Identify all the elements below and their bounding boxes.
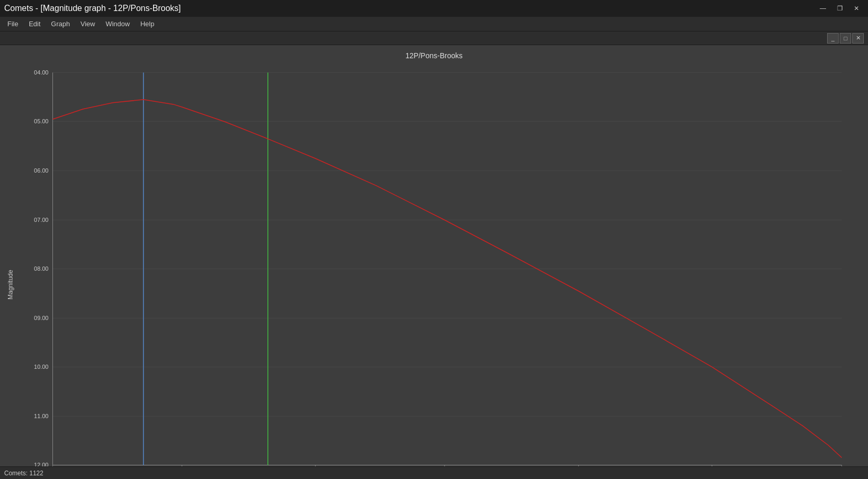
sub-close-button[interactable]: ✕ (852, 33, 864, 44)
svg-rect-0 (5, 62, 858, 466)
menu-file[interactable]: File (2, 18, 24, 30)
chart-container: Magnitude 04.00 05.00 06.00 07.00 08.00 (5, 62, 858, 466)
minimize-button[interactable]: — (816, 3, 830, 14)
svg-text:Magnitude: Magnitude (7, 270, 14, 300)
main-content: 12P/Pons-Brooks Magnitude 04.00 05.00 06… (0, 45, 868, 466)
svg-text:10.00: 10.00 (34, 364, 49, 370)
svg-text:07.00: 07.00 (34, 217, 49, 223)
menu-graph[interactable]: Graph (46, 18, 75, 30)
menu-window[interactable]: Window (100, 18, 135, 30)
window-controls: — ❐ ✕ (816, 3, 864, 14)
sub-menu-bar: _ □ ✕ (0, 31, 868, 45)
menu-edit[interactable]: Edit (24, 18, 46, 30)
sub-maximize-button[interactable]: □ (840, 33, 851, 44)
svg-text:11.00: 11.00 (34, 413, 49, 419)
close-button[interactable]: ✕ (849, 3, 864, 14)
title-bar: Comets - [Magnitude graph - 12P/Pons-Bro… (0, 0, 868, 17)
menu-view[interactable]: View (75, 18, 101, 30)
chart-title: 12P/Pons-Brooks (0, 45, 868, 62)
chart-svg: Magnitude 04.00 05.00 06.00 07.00 08.00 (5, 62, 858, 466)
menu-help[interactable]: Help (135, 18, 160, 30)
sub-restore-button[interactable]: _ (827, 33, 839, 44)
status-text: Comets: 1122 (4, 470, 44, 477)
menu-bar: File Edit Graph View Window Help (0, 17, 868, 31)
window-title: Comets - [Magnitude graph - 12P/Pons-Bro… (4, 4, 181, 13)
svg-text:06.00: 06.00 (34, 167, 49, 174)
restore-button[interactable]: ❐ (832, 3, 847, 14)
svg-text:09.00: 09.00 (34, 315, 49, 321)
status-bar: Comets: 1122 (0, 466, 868, 479)
svg-text:12.00: 12.00 (34, 462, 49, 466)
svg-text:04.00: 04.00 (34, 69, 49, 76)
svg-text:08.00: 08.00 (34, 265, 49, 272)
svg-text:05.00: 05.00 (34, 118, 49, 124)
